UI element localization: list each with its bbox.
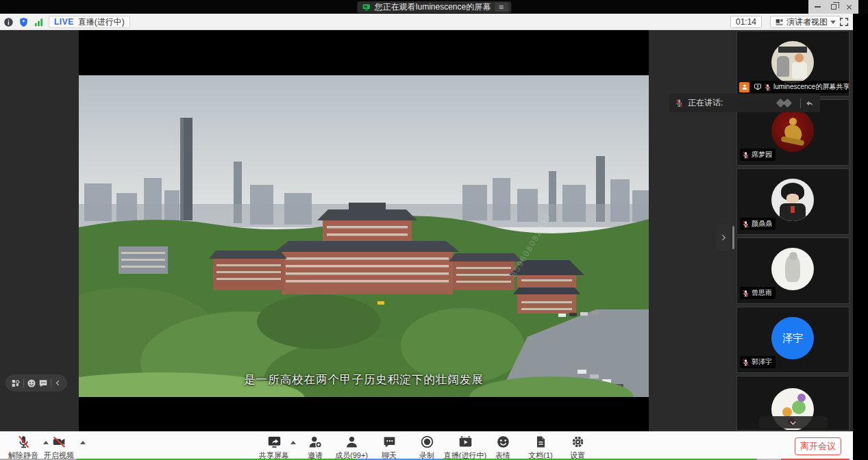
participant-name: 席梦园 xyxy=(752,150,772,159)
sidebar-scrollbar[interactable] xyxy=(732,226,734,249)
view-mode-dropdown[interactable]: 演讲者视图 xyxy=(770,16,841,28)
unmute-button[interactable]: 解除静音 xyxy=(4,435,42,460)
leave-meeting-button[interactable]: 离开会议 xyxy=(795,437,841,455)
divider xyxy=(23,379,24,387)
start-video-button[interactable]: 开启视频 xyxy=(40,435,78,460)
avatar xyxy=(771,179,814,221)
sidebar-collapse-handle[interactable] xyxy=(717,224,730,251)
gear-icon xyxy=(571,435,585,449)
mic-muted-icon xyxy=(742,151,749,159)
close-button[interactable] xyxy=(843,2,855,12)
main-content: 859608082038 是一所高校在两个甲子历史积淀下的壮阔发展 lumi xyxy=(0,30,853,431)
participant-name: 曾思雨 xyxy=(752,288,772,298)
banner-menu-button[interactable] xyxy=(495,3,508,12)
participant-tile-partial[interactable] xyxy=(736,376,850,431)
participant-tile[interactable]: 泽宇 郭泽宇 xyxy=(736,307,850,373)
restore-button[interactable] xyxy=(828,2,840,12)
live-status-text: 直播(进行中) xyxy=(78,16,125,28)
network-signal-icon[interactable] xyxy=(34,17,44,27)
chat-icon xyxy=(382,435,397,449)
view-mode-label: 演讲者视图 xyxy=(786,16,828,28)
participant-nametag: 曾思雨 xyxy=(740,287,776,299)
meeting-info-toolbar: LIVE 直播(进行中) 01:14 演讲者视图 xyxy=(0,14,853,30)
meeting-control-bar: 解除静音 开启视频 共享屏幕 邀请 成员(99+) 聊天 录制 直播(进行中) … xyxy=(0,431,853,460)
mic-muted-icon xyxy=(16,435,31,449)
window-title-bar: 您正在观看luminescence的屏幕 xyxy=(0,0,868,14)
live-status-badge[interactable]: LIVE 直播(进行中) xyxy=(49,16,130,28)
mic-muted-icon xyxy=(764,84,771,91)
shared-video: 859608082038 是一所高校在两个甲子历史积淀下的壮阔发展 xyxy=(79,75,649,397)
participant-tile-screen-share[interactable]: luminescence的屏幕共享 xyxy=(736,31,850,97)
settings-button[interactable]: 设置 xyxy=(556,435,599,460)
screen-share-green-icon xyxy=(362,3,371,12)
avatar: 泽宇 xyxy=(771,317,814,359)
chevron-right-icon xyxy=(719,233,728,242)
security-shield-icon[interactable] xyxy=(18,17,29,27)
layout-icon xyxy=(775,18,784,27)
sidebar-scroll-down-button[interactable] xyxy=(759,416,828,429)
participant-name: 颜鼎鼎 xyxy=(752,219,772,229)
mic-muted-icon xyxy=(742,220,749,228)
chevron-down-icon xyxy=(830,21,836,24)
invite-person-icon xyxy=(308,435,323,449)
restore-icon xyxy=(831,4,836,10)
divider xyxy=(800,99,801,108)
participant-nametag: 郭泽宇 xyxy=(740,356,776,368)
fullscreen-button[interactable] xyxy=(839,16,850,27)
meeting-info-button[interactable] xyxy=(3,17,14,27)
participant-tile[interactable]: 曾思雨 xyxy=(736,238,850,304)
mic-muted-icon xyxy=(675,99,684,107)
apps-grid-icon[interactable] xyxy=(11,379,21,388)
video-options-caret[interactable] xyxy=(80,441,86,444)
chevron-down-icon xyxy=(789,418,797,427)
document-icon xyxy=(534,435,547,449)
reply-button[interactable] xyxy=(805,99,815,108)
live-badge-text: LIVE xyxy=(54,17,74,27)
share-tile-label: luminescence的屏幕共享 xyxy=(739,81,850,93)
screen-share-icon xyxy=(754,83,762,91)
campus-video-frame xyxy=(79,75,649,397)
share-tile-name: luminescence的屏幕共享 xyxy=(773,82,850,92)
participant-name: 郭泽宇 xyxy=(752,357,772,367)
avatar-initials: 泽宇 xyxy=(782,332,803,345)
shared-screen-stage: 859608082038 是一所高校在两个甲子历史积淀下的壮阔发展 xyxy=(79,30,649,431)
close-icon xyxy=(845,3,853,11)
share-screen-icon xyxy=(267,435,282,449)
active-speaker-icon xyxy=(739,82,749,92)
avatar xyxy=(771,110,814,152)
watching-title: 您正在观看luminescence的屏幕 xyxy=(375,1,491,13)
camera-off-icon xyxy=(51,435,67,449)
collapse-pill-button[interactable] xyxy=(54,379,62,387)
chat-bubble-icon[interactable] xyxy=(38,379,48,388)
participant-tile[interactable]: 颜鼎鼎 xyxy=(736,168,850,235)
emoji-icon xyxy=(496,435,510,449)
video-subtitle: 是一所高校在两个甲子历史积淀下的壮阔发展 xyxy=(79,372,649,387)
minimize-icon xyxy=(815,6,821,8)
record-icon xyxy=(420,435,434,449)
minimize-button[interactable] xyxy=(812,2,824,12)
participant-nametag: 颜鼎鼎 xyxy=(740,218,776,230)
participant-nametag: 席梦园 xyxy=(740,149,776,161)
meeting-logo-icon xyxy=(771,97,796,109)
avatar xyxy=(771,41,814,84)
speaking-toast: 正在讲话: xyxy=(669,94,820,112)
share-screen-button[interactable]: 共享屏幕 xyxy=(252,435,296,460)
members-icon xyxy=(345,435,359,449)
window-controls xyxy=(808,0,858,14)
screen-watch-banner: 您正在观看luminescence的屏幕 xyxy=(357,1,511,13)
avatar xyxy=(771,248,814,290)
speaking-label: 正在讲话: xyxy=(688,97,723,109)
live-tv-icon xyxy=(458,435,473,449)
mic-muted-icon xyxy=(742,359,749,366)
divider xyxy=(51,379,51,387)
meeting-timer: 01:14 xyxy=(730,16,762,28)
reaction-pill xyxy=(5,374,67,392)
mic-muted-icon xyxy=(742,290,749,297)
emoji-reaction-icon[interactable] xyxy=(27,379,36,388)
